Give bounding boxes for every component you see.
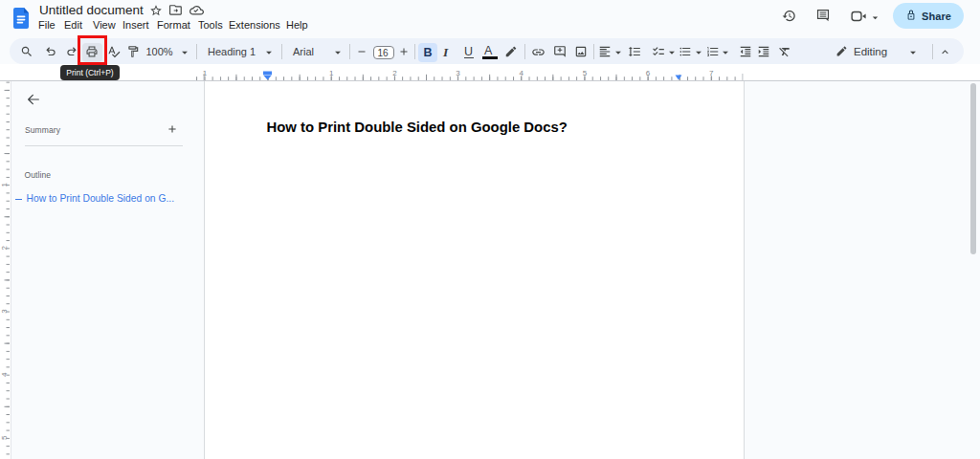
svg-text:5: 5 [0,435,9,440]
svg-text:5: 5 [583,69,588,77]
svg-text:3: 3 [0,309,9,314]
svg-text:4: 4 [520,69,524,77]
svg-text:4: 4 [0,372,9,377]
svg-text:1: 1 [329,69,334,77]
svg-text:2: 2 [392,69,397,77]
svg-text:6: 6 [646,69,651,77]
svg-text:7: 7 [709,69,714,77]
svg-text:1: 1 [0,182,9,186]
svg-text:3: 3 [456,69,460,77]
svg-text:2: 2 [0,246,9,251]
svg-text:1: 1 [203,69,208,77]
